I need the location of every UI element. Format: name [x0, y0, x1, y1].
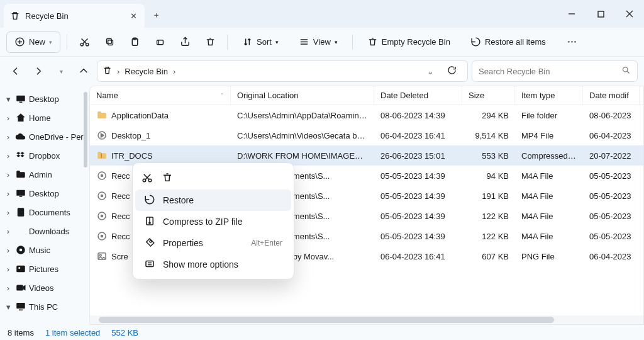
file-modified: 06-04-2023	[583, 252, 640, 261]
new-tab-button[interactable]: ＋	[145, 4, 167, 26]
expander-icon[interactable]: ›	[4, 246, 13, 255]
properties-icon	[144, 237, 155, 250]
file-type: M4A File	[515, 212, 583, 221]
sidebar-item-admin[interactable]: ›Admin	[0, 165, 89, 184]
navigation-pane: ▾Desktop›Home›OneDrive - Per›Dropbox›Adm…	[0, 86, 89, 325]
sidebar-item-this-pc[interactable]: ▾This PC	[0, 297, 89, 316]
search-input[interactable]	[479, 67, 621, 76]
table-row[interactable]: Desktop_1C:\Users\Admin\Videos\Gecata by…	[90, 125, 643, 145]
column-header-name[interactable]: Name˄	[90, 86, 231, 105]
sidebar-item-desktop[interactable]: ▾Desktop	[0, 89, 89, 108]
svg-rect-28	[19, 196, 23, 198]
expander-icon[interactable]: ▾	[4, 302, 13, 312]
file-size: 122 KB	[462, 232, 515, 241]
sidebar-item-desktop[interactable]: ›Desktop	[0, 184, 89, 203]
delete-button[interactable]	[162, 172, 173, 185]
up-button[interactable]	[74, 62, 93, 81]
status-bar: 8 items 1 item selected 552 KB	[0, 325, 644, 340]
sidebar-item-music[interactable]: ›Music	[0, 241, 89, 259]
expander-icon[interactable]: ▾	[4, 94, 13, 104]
window-tab[interactable]: Recycle Bin ✕	[4, 4, 145, 28]
file-deleted: 08-06-2023 14:39	[374, 111, 462, 120]
sidebar-item-downloads[interactable]: ›Downloads	[0, 222, 89, 241]
sidebar-item-pictures[interactable]: ›Pictures	[0, 259, 89, 278]
sidebar-label: Downloads	[29, 227, 69, 236]
sidebar-item-dropbox[interactable]: ›Dropbox	[0, 146, 89, 165]
more-button[interactable]	[562, 31, 583, 53]
recycle-bin-icon	[10, 11, 20, 21]
sidebar-scrollbar[interactable]	[82, 86, 89, 325]
tab-close-button[interactable]: ✕	[128, 11, 138, 21]
address-bar[interactable]: › Recycle Bin › ⌄	[97, 60, 468, 82]
cut-button[interactable]	[74, 31, 95, 53]
minimize-button[interactable]	[557, 0, 586, 28]
expander-icon[interactable]: ›	[4, 208, 13, 217]
search-box[interactable]	[472, 60, 638, 82]
new-label: New	[29, 37, 45, 47]
sort-label: Sort	[257, 37, 272, 47]
context-menu: Restore Compress to ZIP file Properties …	[132, 162, 294, 280]
expander-icon[interactable]: ›	[4, 264, 13, 274]
copy-button[interactable]	[99, 31, 120, 53]
expander-icon[interactable]: ›	[4, 151, 13, 161]
desktop-icon	[15, 93, 26, 105]
horizontal-scrollbar[interactable]	[90, 315, 643, 324]
share-button[interactable]	[174, 31, 196, 53]
chevron-right-icon: ›	[173, 67, 175, 76]
refresh-button[interactable]	[447, 65, 462, 77]
paste-button[interactable]	[124, 31, 145, 53]
restore-all-button[interactable]: Restore all items	[462, 31, 554, 53]
column-header-modified[interactable]: Date modif	[583, 86, 640, 105]
restore-icon	[144, 194, 155, 207]
menu-item-show-more[interactable]: Show more options	[135, 254, 291, 275]
file-name: Recc	[111, 212, 130, 221]
empty-recycle-bin-button[interactable]: Empty Recycle Bin	[359, 31, 458, 53]
menu-label: Compress to ZIP file	[163, 217, 282, 227]
expander-icon[interactable]: ›	[4, 170, 13, 179]
menu-item-restore[interactable]: Restore	[135, 190, 291, 211]
svg-rect-59	[146, 261, 153, 266]
column-header-size[interactable]: Size	[462, 86, 515, 105]
table-row[interactable]: ApplicationDataC:\Users\Admin\AppData\Ro…	[90, 105, 643, 125]
new-button[interactable]: New ▾	[6, 31, 60, 53]
column-header-deleted[interactable]: Date Deleted	[374, 86, 462, 105]
file-type: Compressed (zipp...	[515, 151, 583, 161]
svg-marker-35	[23, 285, 26, 291]
menu-label: Restore	[163, 195, 282, 205]
close-button[interactable]	[615, 0, 644, 28]
back-button[interactable]	[6, 62, 25, 81]
recent-button[interactable]: ▾	[52, 62, 70, 81]
sort-button[interactable]: Sort ▾	[234, 31, 287, 53]
rename-button[interactable]	[149, 31, 170, 53]
menu-item-properties[interactable]: Properties Alt+Enter	[135, 232, 291, 254]
forward-button[interactable]	[29, 62, 48, 81]
breadcrumb[interactable]: Recycle Bin	[125, 67, 168, 76]
column-header-location[interactable]: Original Location	[231, 86, 374, 105]
expander-icon[interactable]: ›	[4, 113, 13, 123]
sidebar-item-onedrive-per[interactable]: ›OneDrive - Per	[0, 127, 89, 146]
sidebar-label: This PC	[29, 302, 58, 312]
zip-icon	[144, 215, 155, 229]
chevron-right-icon: ›	[117, 67, 119, 76]
svg-point-44	[101, 195, 103, 197]
shortcut-label: Alt+Enter	[251, 239, 282, 247]
delete-button[interactable]	[199, 31, 221, 53]
maximize-button[interactable]	[586, 0, 615, 28]
cut-button[interactable]	[142, 172, 153, 185]
column-header-type[interactable]: Item type	[515, 86, 583, 105]
menu-item-compress[interactable]: Compress to ZIP file	[135, 211, 291, 232]
dropdown-button[interactable]: ⌄	[427, 67, 442, 76]
column-headers: Name˄ Original Location Date Deleted Siz…	[90, 86, 643, 105]
sidebar-item-home[interactable]: ›Home	[0, 108, 89, 127]
selection-size: 552 KB	[111, 328, 138, 337]
sidebar-item-videos[interactable]: ›Videos	[0, 278, 89, 297]
expander-icon[interactable]: ›	[4, 132, 13, 142]
expander-icon[interactable]: ›	[4, 227, 13, 236]
sidebar-item-documents[interactable]: ›Documents	[0, 203, 89, 222]
file-type: M4A File	[515, 232, 583, 241]
view-button[interactable]: View ▾	[291, 31, 346, 53]
expander-icon[interactable]: ›	[4, 283, 13, 293]
video-icon	[15, 282, 26, 293]
file-name: Recc	[111, 191, 130, 201]
expander-icon[interactable]: ›	[4, 189, 13, 198]
